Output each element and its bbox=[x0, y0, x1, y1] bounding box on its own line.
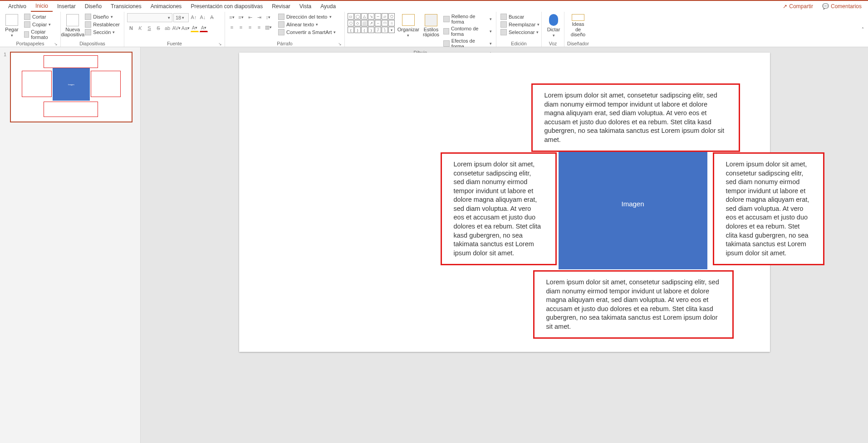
shape-outline-button[interactable]: Contorno de forma ▾ bbox=[442, 25, 493, 37]
replace-icon bbox=[500, 21, 507, 28]
text-direction-button[interactable]: Dirección del texto ▾ bbox=[277, 13, 337, 20]
highlight-button[interactable]: A▾ bbox=[191, 24, 199, 32]
slide-1[interactable]: Imagen Lorem ipsum dolor sit amet, conse… bbox=[239, 53, 770, 352]
tab-revisar[interactable]: Revisar bbox=[267, 1, 295, 11]
dictate-button[interactable]: Dictar▾ bbox=[544, 13, 563, 39]
align-text-button[interactable]: Alinear texto ▾ bbox=[277, 21, 337, 28]
tab-ayuda[interactable]: Ayuda bbox=[316, 1, 340, 11]
char-spacing-button[interactable]: AV▾ bbox=[172, 24, 181, 32]
group-label-editing: Edición bbox=[499, 40, 539, 46]
select-icon bbox=[500, 29, 507, 35]
smartart-button[interactable]: Convertir a SmartArt ▾ bbox=[277, 29, 337, 36]
copy-icon bbox=[24, 21, 30, 28]
justify-button[interactable]: ≡ bbox=[255, 23, 263, 31]
quick-styles-icon bbox=[425, 14, 437, 26]
menu-tabs: Archivo Inicio Insertar Diseño Transicio… bbox=[0, 1, 868, 12]
paste-button[interactable]: Pegar ▾ bbox=[3, 13, 21, 39]
outline-icon bbox=[443, 28, 449, 34]
font-color-button[interactable]: A▾ bbox=[200, 24, 208, 32]
bullets-button[interactable]: ≡▾ bbox=[228, 13, 236, 21]
tab-diseno[interactable]: Diseño bbox=[80, 1, 106, 11]
slide-thumbnail-panel: 1 Imagen bbox=[0, 47, 141, 443]
design-ideas-button[interactable]: Ideas de diseño bbox=[567, 13, 589, 39]
format-painter-button[interactable]: Copiar formato bbox=[23, 29, 58, 40]
textbox-left[interactable]: Lorem ipsum dolor sit amet, consetetur s… bbox=[441, 152, 557, 265]
group-label-clipboard: Portapapeles bbox=[16, 41, 44, 46]
image-label: Imagen bbox=[621, 200, 644, 208]
new-slide-icon bbox=[66, 14, 79, 26]
line-spacing-button[interactable]: ↕▾ bbox=[264, 13, 272, 21]
clear-format-icon[interactable]: A̶ bbox=[208, 13, 216, 21]
arrange-button[interactable]: Organizar▾ bbox=[397, 13, 420, 39]
slide-canvas-area[interactable]: Imagen Lorem ipsum dolor sit amet, conse… bbox=[141, 47, 868, 443]
reset-button[interactable]: Restablecer bbox=[83, 21, 121, 28]
change-case-button[interactable]: Aa▾ bbox=[181, 24, 190, 32]
tab-inicio[interactable]: Inicio bbox=[31, 1, 53, 12]
clipboard-launcher[interactable]: ↘ bbox=[54, 42, 58, 46]
group-label-slides: Diapositivas bbox=[64, 40, 121, 46]
numbering-button[interactable]: ≡▾ bbox=[237, 13, 245, 21]
font-launcher[interactable]: ↘ bbox=[218, 42, 222, 46]
collapse-ribbon-button[interactable]: ˄ bbox=[862, 27, 868, 32]
decrease-indent-button[interactable]: ⇤ bbox=[246, 13, 254, 21]
group-label-paragraph: Párrafo bbox=[277, 41, 292, 46]
columns-button[interactable]: ▥▾ bbox=[264, 23, 272, 31]
group-label-font: Fuente bbox=[167, 41, 182, 46]
tab-animaciones[interactable]: Animaciones bbox=[146, 1, 186, 11]
find-button[interactable]: Buscar bbox=[499, 13, 541, 20]
select-button[interactable]: Seleccionar ▾ bbox=[499, 29, 541, 36]
align-left-button[interactable]: ≡ bbox=[228, 23, 236, 31]
effects-icon bbox=[443, 40, 450, 47]
strike-button[interactable]: S bbox=[154, 24, 162, 32]
comments-button[interactable]: 💬 Comentarios bbox=[819, 2, 864, 10]
increase-font-icon[interactable]: A↑ bbox=[190, 13, 198, 21]
slide-thumbnail-1[interactable]: Imagen bbox=[10, 52, 132, 122]
brush-icon bbox=[24, 31, 29, 38]
arrange-icon bbox=[402, 14, 415, 26]
decrease-font-icon[interactable]: A↓ bbox=[199, 13, 207, 21]
font-name-dropdown[interactable]: ▾ bbox=[127, 13, 172, 22]
text-direction-icon bbox=[278, 14, 284, 20]
tab-archivo[interactable]: Archivo bbox=[4, 1, 31, 11]
textbox-bottom[interactable]: Lorem ipsum dolor sit amet, consetetur s… bbox=[533, 270, 734, 339]
copy-button[interactable]: Copiar ▾ bbox=[23, 21, 58, 28]
image-placeholder[interactable]: Imagen bbox=[559, 138, 707, 269]
replace-button[interactable]: Reemplazar ▾ bbox=[499, 21, 541, 28]
textbox-top[interactable]: Lorem ipsum dolor sit amet, consetetur s… bbox=[531, 83, 740, 152]
quick-styles-button[interactable]: Estilos rápidos bbox=[422, 13, 441, 39]
scissors-icon bbox=[24, 14, 30, 20]
design-ideas-icon bbox=[572, 14, 584, 21]
layout-icon bbox=[85, 14, 91, 20]
tab-insertar[interactable]: Insertar bbox=[53, 1, 80, 11]
italic-button[interactable]: K bbox=[136, 24, 144, 32]
fill-icon bbox=[443, 16, 450, 22]
font-size-dropdown[interactable]: 18▾ bbox=[173, 13, 189, 22]
textbox-left-text: Lorem ipsum dolor sit amet, consetetur s… bbox=[454, 161, 541, 257]
reset-icon bbox=[85, 21, 91, 28]
bold-button[interactable]: N bbox=[127, 24, 135, 32]
cut-button[interactable]: Cortar bbox=[23, 13, 58, 20]
textbox-right[interactable]: Lorem ipsum dolor sit amet, consetetur s… bbox=[713, 152, 824, 265]
paragraph-launcher[interactable]: ↘ bbox=[338, 42, 342, 46]
tab-transiciones[interactable]: Transiciones bbox=[106, 1, 146, 11]
clipboard-icon bbox=[5, 14, 18, 26]
section-icon bbox=[85, 29, 91, 35]
increase-indent-button[interactable]: ⇥ bbox=[255, 13, 263, 21]
section-button[interactable]: Sección ▾ bbox=[83, 29, 121, 36]
new-slide-button[interactable]: Nueva diapositiva bbox=[64, 13, 82, 39]
tab-presentacion[interactable]: Presentación con diapositivas bbox=[186, 1, 267, 11]
align-right-button[interactable]: ≡ bbox=[246, 23, 254, 31]
smartart-icon bbox=[278, 29, 284, 35]
slide-number: 1 bbox=[4, 52, 8, 122]
underline-button[interactable]: S bbox=[145, 24, 153, 32]
textbox-top-text: Lorem ipsum dolor sit amet, consetetur s… bbox=[544, 92, 725, 143]
group-label-designer: Diseñador bbox=[567, 40, 589, 46]
share-button[interactable]: ↗ Compartir bbox=[780, 2, 816, 10]
align-center-button[interactable]: ≡ bbox=[237, 23, 245, 31]
layout-button[interactable]: Diseño ▾ bbox=[83, 13, 121, 20]
shadow-button[interactable]: ab bbox=[163, 24, 172, 32]
shapes-gallery[interactable]: ▭◯△↘─▱⬠ ⬡◇⬜↗↔⬭☆ {}()⤴⤵▾ bbox=[348, 13, 395, 33]
tab-vista[interactable]: Vista bbox=[295, 1, 316, 11]
shape-fill-button[interactable]: Relleno de forma ▾ bbox=[442, 13, 493, 25]
align-text-icon bbox=[278, 21, 284, 28]
